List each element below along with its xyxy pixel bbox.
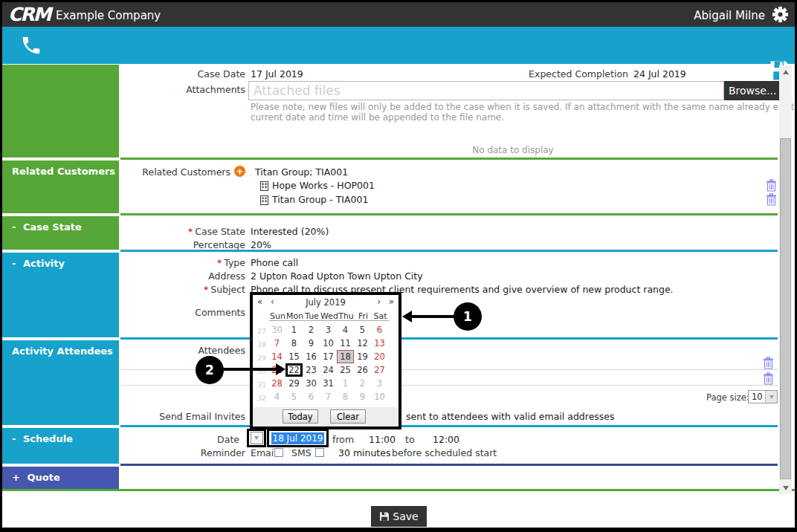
calendar-day[interactable]: 20: [371, 350, 388, 363]
attachments-note-line2: current date and time will be appended t…: [251, 112, 504, 123]
calendar-day[interactable]: 9: [303, 337, 320, 350]
calendar-day[interactable]: 26: [354, 363, 371, 377]
phone-icon: [20, 34, 42, 59]
sidebar-label: Quote: [27, 472, 59, 483]
calendar-day[interactable]: 3: [371, 377, 388, 390]
email-checkbox[interactable]: [274, 448, 283, 457]
calendar-day[interactable]: 5: [285, 390, 303, 403]
no-data-text: No data to display: [248, 145, 778, 155]
date-picker-popup: « ‹ July 2019 › » SunMonTueWedThuFriSat …: [250, 292, 401, 429]
section-divider: [120, 337, 778, 340]
calendar-day[interactable]: 22: [285, 363, 303, 377]
gear-icon[interactable]: [772, 6, 789, 26]
calendar-day[interactable]: 1: [285, 323, 303, 337]
calendar-day[interactable]: 24: [320, 363, 337, 377]
case-date-label: Case Date: [198, 68, 245, 80]
from-time-input[interactable]: 11:00: [369, 434, 396, 445]
calendar-day[interactable]: 28: [268, 377, 285, 390]
calendar-day[interactable]: 19: [354, 350, 371, 363]
next-year-icon[interactable]: »: [389, 296, 394, 307]
building-icon: [260, 180, 268, 194]
sidebar-item-schedule[interactable]: - Schedule: [2, 428, 119, 464]
trash-icon[interactable]: [766, 193, 777, 209]
next-month-icon[interactable]: ›: [377, 296, 381, 307]
related-customer-item[interactable]: Hope Works - HOP001: [272, 180, 375, 191]
scroll-down-button[interactable]: [779, 481, 792, 494]
calendar-day[interactable]: 10: [371, 390, 388, 403]
section-divider: [0, 489, 797, 491]
calendar-day[interactable]: 11: [337, 337, 354, 350]
calendar-day[interactable]: 16: [303, 350, 320, 363]
trash-icon[interactable]: [766, 179, 777, 195]
trash-icon[interactable]: [763, 357, 774, 372]
calendar-day[interactable]: 17: [320, 350, 337, 363]
clear-button[interactable]: Clear: [330, 409, 366, 424]
calendar-day[interactable]: 27: [371, 363, 388, 377]
to-label: to: [405, 434, 415, 445]
collapse-indicator: -: [12, 258, 16, 269]
sidebar-label: Schedule: [23, 433, 73, 444]
attachments-input[interactable]: [248, 81, 724, 100]
calendar-day[interactable]: 8: [337, 390, 354, 403]
page-size-select[interactable]: 10: [748, 390, 778, 403]
sidebar-item-case-state[interactable]: - Case State: [2, 216, 119, 250]
calendar-day[interactable]: 4: [268, 390, 285, 403]
sidebar-item-quote[interactable]: + Quote: [2, 467, 119, 489]
calendar-day[interactable]: 2: [354, 377, 371, 390]
calendar-day[interactable]: 2: [303, 323, 320, 337]
calendar-day[interactable]: 6: [371, 323, 388, 337]
calendar-day[interactable]: 7: [320, 390, 337, 403]
save-button[interactable]: Save: [371, 506, 427, 527]
section-divider: [120, 158, 778, 160]
calendar-day[interactable]: 25: [337, 363, 354, 377]
callout2-arrowhead: [276, 363, 285, 375]
calendar-day[interactable]: 31: [320, 377, 337, 390]
required-asterisk: *: [204, 284, 208, 295]
calendar-day[interactable]: 6: [303, 390, 320, 403]
calendar-day[interactable]: 8: [285, 337, 303, 350]
sidebar-item-activity-attendees[interactable]: Activity Attendees: [2, 340, 119, 425]
calendar-day[interactable]: 5: [354, 323, 371, 337]
scrollbar-thumb[interactable]: [780, 138, 791, 479]
to-time-input[interactable]: 12:00: [433, 434, 459, 445]
calendar-day[interactable]: 1: [337, 377, 354, 390]
callout-2: 2: [196, 356, 224, 384]
calendar-day[interactable]: 7: [268, 337, 285, 350]
sms-checkbox[interactable]: [315, 448, 324, 457]
calendar-day[interactable]: 15: [285, 350, 303, 363]
callout1-arrowhead: [402, 311, 412, 322]
calendar-day[interactable]: 18: [337, 350, 354, 363]
percentage-value: 20%: [251, 239, 271, 250]
calendar-week-row: 2878910111213: [253, 337, 388, 350]
collapse-indicator: -: [12, 221, 16, 233]
reminder-label: Reminder: [201, 447, 245, 458]
related-customer-item[interactable]: Titan Group - TIA001: [272, 194, 368, 205]
top-bar: CRM Example Company Abigail Milne: [2, 2, 795, 27]
calendar-day[interactable]: 30: [268, 323, 285, 337]
browse-button[interactable]: Browse...: [724, 81, 779, 100]
add-related-customer-icon[interactable]: +: [234, 166, 245, 177]
attachments-label: Attachments: [186, 84, 245, 95]
reminder-time-select[interactable]: 30 minutes: [338, 447, 390, 458]
calendar-day[interactable]: 29: [285, 377, 303, 390]
company-name: Example Company: [56, 9, 161, 22]
today-button[interactable]: Today: [283, 409, 318, 424]
calendar-day[interactable]: 9: [354, 390, 371, 403]
calendar-day[interactable]: 10: [320, 337, 337, 350]
date-input[interactable]: 18 Jul 2019: [271, 432, 325, 444]
calendar-day[interactable]: 30: [303, 377, 320, 390]
trash-icon[interactable]: [763, 372, 774, 388]
date-picker-toggle[interactable]: [251, 432, 263, 444]
case-state-label: *Case State: [188, 226, 245, 237]
calendar-day[interactable]: 13: [371, 337, 388, 350]
scroll-up-button[interactable]: [779, 65, 792, 78]
calendar-separator: [269, 320, 390, 321]
crm-window: CRM Example Company Abigail Milne Sav: [0, 0, 797, 532]
calendar-day[interactable]: 3: [320, 323, 337, 337]
calendar-day[interactable]: 23: [303, 363, 320, 377]
calendar-day[interactable]: 14: [268, 350, 285, 363]
sidebar-item-related-customers[interactable]: Related Customers: [2, 160, 119, 213]
sidebar-item-activity[interactable]: - Activity: [2, 253, 119, 337]
calendar-day[interactable]: 12: [354, 337, 371, 350]
calendar-day[interactable]: 4: [337, 323, 354, 337]
